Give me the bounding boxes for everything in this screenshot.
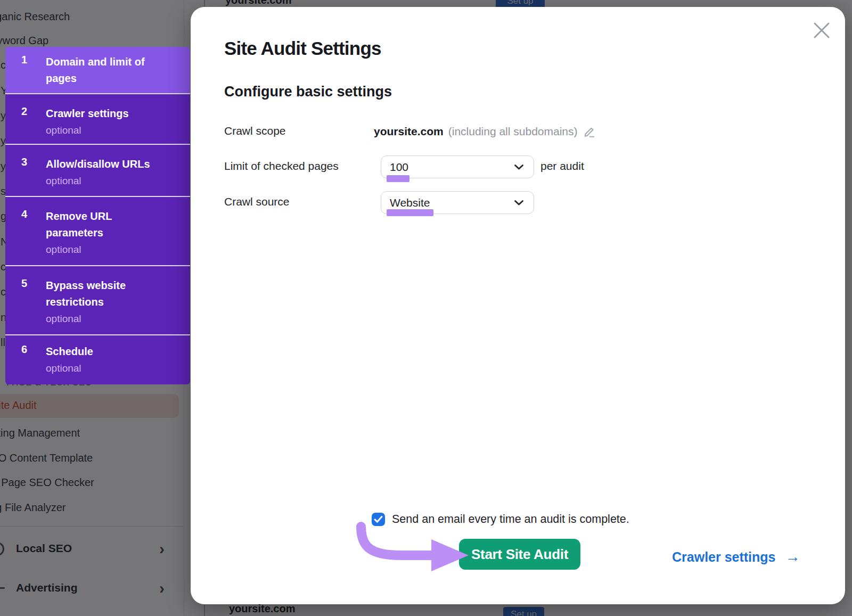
close-button[interactable] <box>812 21 832 41</box>
edit-scope-button[interactable] <box>583 125 596 138</box>
step-number: 3 <box>21 156 27 168</box>
crawl-scope-label: Crawl scope <box>224 125 286 137</box>
close-icon <box>813 21 831 39</box>
step-optional-tag: optional <box>46 243 166 257</box>
step-title: Crawler settings <box>46 105 166 122</box>
crawl-source-value: Website <box>390 196 514 209</box>
step-title: Schedule <box>46 343 166 360</box>
step-allow-disallow-urls[interactable]: 3 Allow/disallow URLs optional <box>5 144 190 196</box>
step-optional-tag: optional <box>46 124 166 137</box>
step-crawler-settings[interactable]: 2 Crawler settings optional <box>5 93 190 144</box>
step-title: Allow/disallow URLs <box>46 156 166 173</box>
crawl-source-label: Crawl source <box>224 195 290 208</box>
step-optional-tag: optional <box>46 362 166 375</box>
email-checkbox-label[interactable]: Send an email every time an audit is com… <box>392 513 629 526</box>
site-audit-settings-screen: Organic Research Keyword Gap c Y y y y s… <box>0 0 852 616</box>
step-number: 4 <box>21 208 27 220</box>
step-optional-tag: optional <box>46 312 166 326</box>
per-audit-suffix: per audit <box>540 160 584 173</box>
step-title: Remove URL parameters <box>46 208 166 241</box>
step-bypass-website-restrictions[interactable]: 5 Bypass website restrictions optional <box>5 265 190 334</box>
email-checkbox[interactable] <box>372 513 385 526</box>
crawl-scope-value: yoursite.com (including all subdomains) <box>374 125 596 138</box>
step-number: 1 <box>21 54 27 66</box>
step-title: Bypass website restrictions <box>46 277 166 310</box>
annotation-highlight-bar <box>387 175 409 182</box>
section-title: Configure basic settings <box>224 84 392 100</box>
start-site-audit-label: Start Site Audit <box>471 546 568 563</box>
step-number: 2 <box>21 105 27 118</box>
crawl-scope-note: (including all subdomains) <box>448 125 578 138</box>
chevron-down-icon <box>514 164 524 170</box>
site-audit-settings-modal: Site Audit Settings Configure basic sett… <box>191 7 845 604</box>
checkmark-icon <box>374 515 383 523</box>
start-site-audit-button[interactable]: Start Site Audit <box>459 539 580 570</box>
step-schedule[interactable]: 6 Schedule optional <box>5 334 190 384</box>
step-remove-url-parameters[interactable]: 4 Remove URL parameters optional <box>5 196 190 265</box>
step-number: 6 <box>21 343 27 356</box>
arrow-right-icon: → <box>785 548 800 565</box>
pencil-edit-icon <box>583 125 596 138</box>
chevron-down-icon <box>514 200 524 206</box>
annotation-highlight-bar <box>387 209 433 216</box>
crawl-scope-domain: yoursite.com <box>374 125 444 138</box>
limit-pages-value: 100 <box>390 161 514 174</box>
crawler-settings-label: Crawler settings <box>672 549 776 565</box>
step-number: 5 <box>21 277 27 290</box>
audit-steps-panel: 1 Domain and limit of pages 2 Crawler se… <box>5 47 190 384</box>
crawler-settings-link[interactable]: Crawler settings → <box>672 548 800 565</box>
step-domain-and-limit[interactable]: 1 Domain and limit of pages <box>5 47 190 93</box>
step-optional-tag: optional <box>46 174 166 188</box>
limit-pages-label: Limit of checked pages <box>224 160 339 173</box>
step-title: Domain and limit of pages <box>46 54 166 87</box>
modal-title: Site Audit Settings <box>224 38 381 59</box>
